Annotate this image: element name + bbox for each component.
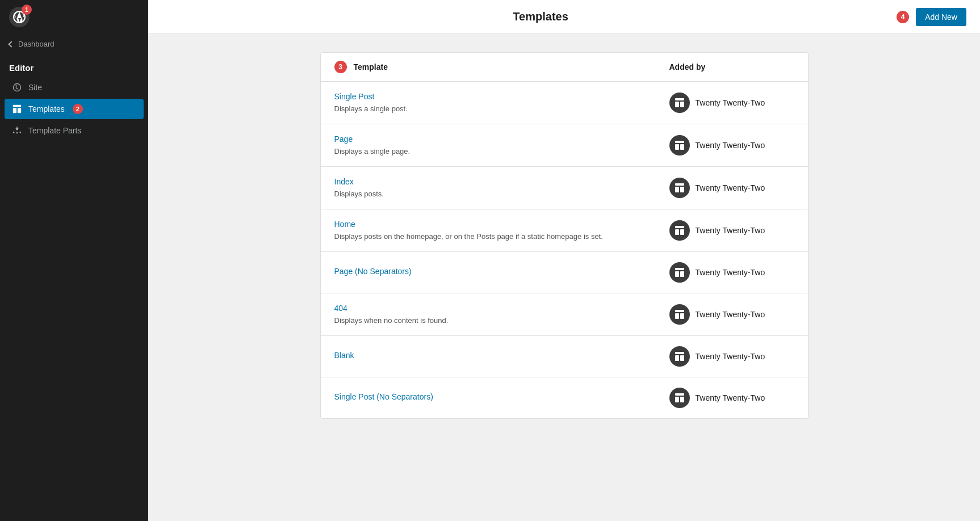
theme-icon-svg (674, 140, 685, 151)
svg-rect-12 (675, 226, 684, 228)
table-row[interactable]: 404 Displays when no content is found. T… (321, 293, 808, 336)
theme-name: Twenty Twenty-Two (696, 141, 765, 150)
template-desc: Displays posts on the homepage, or on th… (334, 232, 603, 241)
svg-rect-21 (675, 352, 684, 354)
theme-name: Twenty Twenty-Two (696, 268, 765, 277)
template-name[interactable]: Home (334, 220, 669, 229)
svg-rect-9 (675, 183, 684, 186)
sidebar: 1 Dashboard Editor Site Template (0, 0, 148, 521)
row-added-by: Twenty Twenty-Two (669, 135, 794, 156)
topbar: Templates 4 Add New (148, 0, 980, 34)
template-info: Index Displays posts. (334, 177, 669, 199)
theme-icon-svg (674, 392, 685, 404)
sidebar-top: 1 (0, 0, 148, 34)
template-info: Blank (334, 351, 669, 362)
template-info: Single Post (No Separators) (334, 392, 669, 404)
theme-icon (669, 178, 690, 198)
svg-rect-2 (18, 108, 21, 113)
svg-rect-1 (13, 108, 16, 113)
svg-rect-0 (13, 105, 21, 107)
template-rows-container: Single Post Displays a single post. Twen… (321, 82, 808, 418)
add-new-button[interactable]: Add New (916, 8, 966, 26)
theme-icon (669, 220, 690, 241)
template-info: Page Displays a single page. (334, 135, 669, 156)
row-added-by: Twenty Twenty-Two (669, 93, 794, 113)
table-row[interactable]: Page Displays a single page. Twenty Twen… (321, 124, 808, 167)
templates-badge: 2 (73, 104, 83, 114)
svg-rect-14 (680, 229, 684, 235)
theme-icon (669, 93, 690, 113)
theme-name: Twenty Twenty-Two (696, 226, 765, 235)
table-row[interactable]: Index Displays posts. Twenty Twenty-Two (321, 167, 808, 209)
template-info: Home Displays posts on the homepage, or … (334, 220, 669, 241)
row-added-by: Twenty Twenty-Two (669, 220, 794, 241)
svg-rect-10 (675, 187, 679, 192)
sidebar-item-templates-label: Templates (28, 104, 65, 114)
svg-rect-5 (680, 102, 684, 107)
svg-rect-3 (675, 98, 684, 100)
svg-rect-15 (675, 268, 684, 270)
table-row[interactable]: Single Post Displays a single post. Twen… (321, 82, 808, 124)
sidebar-nav: Site Templates 2 Template Parts (0, 77, 148, 141)
site-icon (11, 82, 23, 93)
template-name[interactable]: Blank (334, 351, 669, 360)
table-row[interactable]: Page (No Separators) Twenty Twenty-Two (321, 252, 808, 293)
template-name[interactable]: Single Post (334, 92, 669, 101)
svg-rect-25 (675, 397, 679, 402)
theme-icon-svg (674, 97, 685, 108)
template-desc: Displays a single page. (334, 147, 411, 156)
template-name[interactable]: Index (334, 177, 669, 186)
svg-rect-4 (675, 102, 679, 107)
theme-icon-svg (674, 267, 685, 278)
wp-badge: 1 (22, 5, 32, 15)
svg-rect-24 (675, 393, 684, 396)
theme-icon (669, 346, 690, 367)
svg-rect-11 (680, 187, 684, 192)
template-info: Page (No Separators) (334, 267, 669, 278)
parts-icon (11, 125, 23, 136)
template-name[interactable]: Single Post (No Separators) (334, 392, 669, 401)
chevron-left-icon (8, 41, 14, 47)
template-name[interactable]: Page (No Separators) (334, 267, 669, 276)
row-added-by: Twenty Twenty-Two (669, 388, 794, 408)
table-row[interactable]: Home Displays posts on the homepage, or … (321, 209, 808, 252)
theme-icon (669, 388, 690, 408)
sidebar-item-template-parts[interactable]: Template Parts (5, 120, 144, 141)
theme-name: Twenty Twenty-Two (696, 98, 765, 107)
row-added-by: Twenty Twenty-Two (669, 178, 794, 198)
theme-icon-svg (674, 182, 685, 194)
template-name[interactable]: Page (334, 135, 669, 144)
table-row[interactable]: Blank Twenty Twenty-Two (321, 336, 808, 377)
svg-rect-6 (675, 141, 684, 143)
row-added-by: Twenty Twenty-Two (669, 304, 794, 325)
template-desc: Displays posts. (334, 190, 384, 198)
main: Templates 4 Add New 3 Template Added by … (148, 0, 980, 521)
content-area: 3 Template Added by Single Post Displays… (148, 34, 980, 521)
table-row[interactable]: Single Post (No Separators) Twenty Twent… (321, 377, 808, 418)
sidebar-item-site[interactable]: Site (5, 77, 144, 98)
theme-icon (669, 135, 690, 156)
svg-rect-7 (675, 144, 679, 150)
svg-rect-20 (680, 313, 684, 319)
svg-rect-8 (680, 144, 684, 150)
col-added-header: Added by (669, 62, 794, 72)
theme-name: Twenty Twenty-Two (696, 393, 765, 402)
theme-name: Twenty Twenty-Two (696, 183, 765, 192)
templates-icon (11, 103, 23, 115)
topbar-badge: 4 (897, 11, 909, 23)
theme-icon (669, 262, 690, 283)
template-info: Single Post Displays a single post. (334, 92, 669, 114)
sidebar-item-templates[interactable]: Templates 2 (5, 99, 144, 119)
row-added-by: Twenty Twenty-Two (669, 346, 794, 367)
wp-logo-wrap: 1 (9, 7, 30, 27)
theme-icon-svg (674, 351, 685, 362)
svg-rect-19 (675, 313, 679, 319)
template-name[interactable]: 404 (334, 304, 669, 313)
theme-name: Twenty Twenty-Two (696, 352, 765, 361)
col-template-header: Template (354, 62, 669, 72)
svg-rect-16 (675, 271, 679, 277)
editor-title: Editor (0, 54, 148, 77)
sidebar-item-parts-label: Template Parts (28, 126, 81, 135)
svg-rect-18 (675, 310, 684, 312)
dashboard-link[interactable]: Dashboard (0, 34, 148, 54)
